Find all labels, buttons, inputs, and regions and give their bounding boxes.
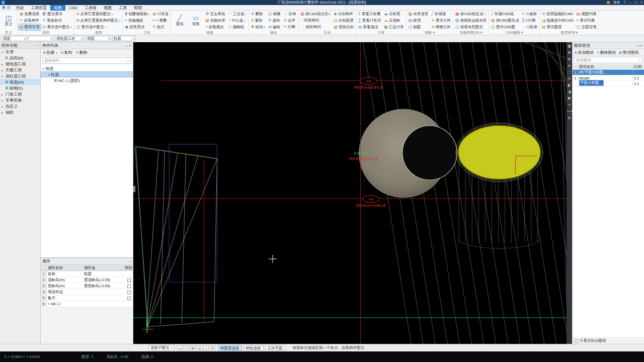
maximize-button[interactable]: □ (635, 0, 637, 5)
ribbon-button-按CAD图生成[interactable]: ▦按CAD图生成 (490, 18, 520, 24)
checkbox[interactable] (127, 291, 131, 294)
ribbon-button-立面管理[interactable]: ◫立面管理 (576, 24, 598, 30)
combo-2[interactable]: 墙柱面工程▾ (55, 36, 84, 41)
ribbon-button-还原隐藏的CAD[interactable]: ⟲还原隐藏的CAD (541, 11, 575, 17)
ribbon-button-偏移[interactable]: ⇉偏移 (267, 24, 282, 30)
select-icon[interactable]: ▦ (567, 44, 572, 48)
measure-icon[interactable]: ⟷ (567, 109, 572, 114)
ribbon-button-纹理[interactable]: ▤纹理 (408, 18, 430, 24)
zoom-fit-icon[interactable]: ⬚ (567, 70, 572, 74)
ribbon-button-云检查[interactable]: ☁云检查 (383, 11, 405, 17)
combo-0[interactable]: 墙面▾ (2, 36, 27, 41)
ribbon-button-隐藏选中的CAD[interactable]: ◪隐藏选中的CAD (541, 18, 575, 24)
nav-item-墙面(W)[interactable]: ▣墙面(W) (0, 79, 40, 85)
ribbon-button-批注[interactable]: ✎批注 (151, 24, 170, 30)
tree-item-墙面[interactable]: ▾墙面 (41, 65, 133, 71)
component-tool-删除[interactable]: ✕删除 (75, 50, 87, 55)
menu-tab-视图[interactable]: 视图 (100, 5, 115, 11)
ribbon-button-汇总计算[interactable]: ▦汇总计算 (383, 24, 405, 30)
sheet-name-edit[interactable]: 平面大样图… (579, 80, 604, 86)
ribbon-button-按CAD线生成[interactable]: ▦按CAD线生成▾ (454, 11, 488, 17)
ribbon-button-显示图层[interactable]: ▤显示图层 (541, 24, 575, 30)
nav-item-房间(M)[interactable]: ▣房间(M) (0, 55, 40, 61)
grid-icon[interactable]: ⊞ (190, 345, 196, 351)
ribbon-button-测量[interactable]: ⟷测量 (151, 18, 170, 24)
component-search[interactable]: 搜索构件... ⌕ (42, 57, 131, 64)
ribbon-button-从其它层复制图元[interactable]: ⧉从其它层复制图元▾ (75, 11, 121, 17)
ribbon-button-查看计算式[interactable]: ∑查看计算式 (357, 18, 382, 24)
ribbon-button-旋转[interactable]: ⟳旋转 (267, 18, 282, 24)
menu-tab-帮助[interactable]: 帮助 (130, 5, 145, 11)
collapse-icon[interactable]: « (37, 42, 39, 49)
menu-tab-CAD[interactable]: CAD (65, 5, 81, 11)
ribbon-button-直线[interactable]: ╱直线 (172, 11, 187, 30)
sheet-tool-添加图纸[interactable]: ⊕添加图纸 (574, 50, 594, 55)
status-button-工作平面[interactable]: 工作平面 (265, 345, 285, 351)
ribbon-button-视图列表[interactable]: ▤视图列表 (576, 11, 598, 17)
top-view-icon[interactable]: ◨ (567, 89, 572, 94)
combo-1[interactable]: ▾ (28, 36, 53, 41)
ribbon-button-设置原点[interactable]: ◉设置原点 (124, 24, 150, 30)
nav-item-天棚工程[interactable]: ▸天棚工程 (0, 67, 40, 73)
ribbon-button-查看做法[interactable]: ▤查看做法 (357, 24, 382, 30)
ribbon-button-镜像[interactable]: ◫镜像 (267, 11, 282, 17)
submode-dropdown[interactable]: 选择子图元 ▾ (148, 345, 175, 351)
zoom-in-icon[interactable]: ⊕ (567, 57, 572, 61)
ribbon-button-查看工程量[interactable]: Σ查看工程量 (357, 11, 382, 17)
ribbon-button-线性阵列[interactable]: ⋮线性阵列 (300, 24, 332, 30)
ribbon-button-五金系统[interactable]: ⚙五金系统 (204, 11, 226, 17)
ribbon-button-智能布置[interactable]: ▩智能布置 (204, 18, 226, 24)
nav-item-墙柱面工程[interactable]: ▾墙柱面工程 (0, 73, 40, 79)
nav-item-零星装修[interactable]: ▸零星装修 (0, 97, 40, 103)
3d-view-icon[interactable]: ◩ (567, 96, 572, 101)
ribbon-button-计算器[interactable]: ▦计算器 (151, 11, 170, 17)
ortho-icon[interactable]: ▭ (177, 345, 183, 351)
ribbon-button-从其它层复制构件图元[interactable]: ⧉从其它层复制构件图元▾ (75, 18, 121, 24)
rotate-icon[interactable]: ⟳ (567, 76, 572, 81)
ribbon-button-批量选择[interactable]: ▣批量选择 (19, 11, 41, 17)
ribbon-button-打断[interactable]: ✂打断 (283, 24, 297, 30)
sheet-tool-删除图纸[interactable]: ✕删除图纸 (596, 50, 616, 55)
ribbon-button-显示选中图元[interactable]: ◫显示选中图元▾ (75, 24, 121, 30)
ribbon-button-合并[interactable]: ⊞合并 (283, 18, 297, 24)
ribbon-button-删除[interactable]: ✕删除 (250, 11, 266, 17)
ribbon-button-智能捕捉[interactable]: ⌖智能捕捉 (124, 18, 150, 24)
component-tool-新建[interactable]: ⊕新建▾ (43, 50, 57, 55)
combo-4[interactable]: 柱面▾ (112, 36, 135, 41)
ribbon-button-图纸管理[interactable]: ▤图纸管理 (19, 24, 41, 30)
ribbon-button-环形阵列[interactable]: ◌环形阵列 (300, 18, 332, 24)
pan-icon[interactable]: ✥ (567, 50, 572, 55)
component-tool-复制[interactable]: ⧉复制 (61, 50, 72, 55)
checkbox[interactable] (127, 279, 131, 282)
sheet-row-05.平面大样图…[interactable]: 105.平面大样图… (573, 70, 644, 75)
ribbon-button-按CAD线分割[interactable]: ▨按CAD线分割▾ (300, 11, 332, 17)
tree-item-柱面[interactable]: ▾柱面 (41, 71, 133, 77)
menu-tab-工程量[interactable]: 工程量 (81, 5, 100, 11)
home-icon[interactable]: ▦ (2, 6, 6, 10)
ribbon-button-按投影边线布置[interactable]: ▨按投影边线布置 (454, 18, 488, 24)
ribbon-button-矩形[interactable]: ▭矩形 (188, 11, 203, 30)
track-icon[interactable]: ↯ (210, 345, 215, 351)
ribbon-button-云指标[interactable]: ☁云指标 (383, 18, 405, 24)
ribbon-button-补画CAD线[interactable]: ╱补画CAD线 (490, 11, 520, 17)
login-button[interactable]: 登录 (613, 0, 620, 5)
checkbox[interactable] (127, 285, 131, 288)
snap-icon[interactable]: ⌖ (184, 345, 189, 351)
ribbon-button-图元显示[interactable]: ◩图元显示 (42, 11, 73, 17)
nav-item-楼地面工程[interactable]: ▸楼地面工程 (0, 61, 40, 67)
save-icon[interactable]: ▥ (7, 6, 11, 10)
app-logo-icon[interactable]: Z (1, 1, 5, 5)
layers-icon[interactable]: ≡ (567, 103, 572, 107)
ribbon-button-显示列表[interactable]: ≡显示列表 (576, 18, 598, 24)
ribbon-button-贴图[interactable]: ◫贴图 (408, 24, 430, 30)
ribbon-button-识别构件[interactable]: ◈识别构件 (333, 11, 355, 17)
ribbon-button-布置渐变[interactable]: ▨布置渐变 (408, 11, 430, 17)
ribbon-button-定义[interactable]: ◫定义 (1, 11, 16, 30)
ribbon-button-查改标注[interactable]: ✎查改标注 (42, 18, 73, 24)
perp-icon[interactable]: ⟂ (203, 345, 209, 351)
ribbon-button-显示CAD图[interactable]: ◫显示CAD图 (490, 24, 520, 30)
status-button-跨图层选择[interactable]: 跨图层选择 (218, 345, 242, 351)
sheet-tool-整理图纸[interactable]: ▤整理图纸 (619, 50, 639, 55)
ribbon-button-抛物线[interactable]: ∿抛物线 (227, 24, 248, 30)
ribbon-button-C打断[interactable]: ╳C打断 (521, 18, 538, 24)
